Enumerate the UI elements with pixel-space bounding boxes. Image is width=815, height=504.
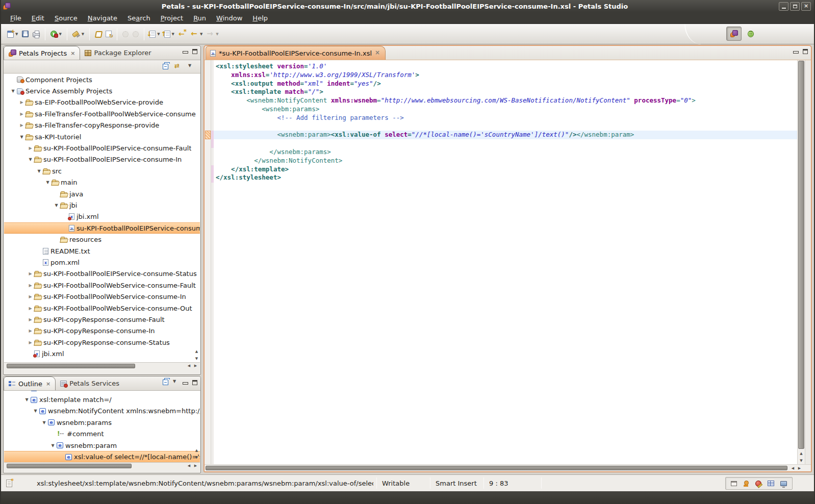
petals-perspective-button[interactable] (726, 27, 742, 41)
xml-validate-button[interactable] (93, 28, 104, 41)
tree-item[interactable]: resources (4, 234, 200, 245)
close-icon[interactable]: × (801, 2, 811, 11)
collapse-all-icon[interactable] (163, 380, 168, 385)
annotation-ruler[interactable] (205, 60, 211, 464)
code-line[interactable]: <xsl:template match="/"> (214, 88, 797, 96)
menu-project[interactable]: Project (156, 13, 189, 23)
tree-item[interactable]: ▼Service Assembly Projects (4, 85, 200, 96)
outline-vertical-scrollbar[interactable]: ▲▼ (193, 447, 200, 461)
dropdown-arrow-icon[interactable]: ▼ (15, 32, 18, 36)
expander-icon[interactable]: ▶ (27, 329, 34, 333)
tree-item[interactable]: ▼jbi (4, 199, 200, 211)
debug-perspective-icon[interactable] (748, 31, 754, 37)
code-line[interactable]: <!-- Add filtering parameters --> (214, 114, 797, 122)
expander-icon[interactable]: ▼ (53, 203, 60, 208)
back-button[interactable]: ▼ (189, 28, 205, 41)
tab-petals-services[interactable]: Petals Services (56, 376, 124, 390)
previous-annotation-button[interactable]: ▼ (162, 28, 176, 41)
tree-item[interactable]: README.txt (4, 245, 200, 257)
scroll-up-icon[interactable]: ▲ (798, 450, 805, 457)
dropdown-arrow-icon[interactable]: ▼ (216, 32, 218, 36)
collapse-all-icon[interactable] (163, 64, 168, 69)
tree-item[interactable]: ▶sa-FileTransfer-FootballPoolWebService-… (4, 108, 200, 119)
menu-file[interactable]: File (5, 13, 27, 23)
view-menu-icon[interactable] (173, 381, 178, 385)
fast-view-icon[interactable] (731, 481, 737, 486)
link-with-editor-icon[interactable] (174, 63, 182, 70)
expander-icon[interactable]: ▼ (44, 180, 52, 185)
close-tab-icon[interactable]: × (70, 51, 75, 56)
code-line[interactable]: </xsl:template> (214, 165, 797, 174)
tree-item[interactable]: pom.xml (4, 257, 200, 268)
menu-search[interactable]: Search (122, 13, 156, 23)
tree-item[interactable]: ▶su-KPI-FootballPoolEIPService-consume-S… (4, 268, 200, 280)
minimize-view-icon[interactable] (793, 49, 798, 54)
scroll-left-icon[interactable]: ◀ (186, 364, 192, 368)
expander-icon[interactable]: ▶ (27, 294, 34, 299)
code-line[interactable]: <xsl:stylesheet version='1.0' (214, 62, 797, 71)
xml-refresh-button[interactable] (104, 28, 114, 41)
menu-source[interactable]: Source (49, 13, 83, 23)
expander-icon[interactable]: ▼ (35, 169, 43, 173)
code-line[interactable]: <wsnebm:params> (214, 105, 797, 114)
expander-icon[interactable]: ▼ (27, 157, 34, 162)
expander-icon[interactable]: ▶ (27, 283, 34, 288)
code-line[interactable]: </wsnebm:NotifyContent> (214, 157, 797, 165)
tree-item[interactable]: ▼main (4, 177, 200, 188)
scroll-down-icon[interactable]: ▼ (798, 457, 805, 464)
code-line[interactable]: xmlns:xsl='http://www.w3.org/1999/XSL/Tr… (214, 71, 797, 80)
tree-item[interactable]: ▶sa-FileTransfer-copyResponse-provide (4, 120, 200, 131)
expander-icon[interactable]: ▼ (49, 443, 57, 448)
scrollbar-thumb[interactable] (798, 61, 804, 449)
expander-icon[interactable]: ▶ (18, 100, 26, 105)
outline-item[interactable]: ▼xsl:template match=/ (4, 394, 200, 405)
editor-horizontal-scrollbar[interactable]: ◀▶ (205, 464, 811, 471)
expander-icon[interactable]: ▶ (27, 271, 34, 276)
outline-item[interactable]: ▼wsnebm:param (4, 440, 200, 451)
menu-help[interactable]: Help (247, 13, 273, 23)
expander-icon[interactable]: ▼ (40, 420, 48, 425)
scroll-left-icon[interactable]: ◀ (186, 464, 192, 468)
dropdown-arrow-icon[interactable]: ▼ (172, 32, 174, 36)
editor-vertical-scrollbar[interactable]: ▲▼ (797, 60, 805, 464)
scrollbar-thumb[interactable] (7, 364, 135, 368)
projects-horizontal-scrollbar[interactable]: ◀▶ (4, 362, 200, 369)
dropdown-arrow-icon[interactable]: ▼ (82, 32, 84, 36)
tree-item[interactable]: ▶su-KPI-copyResponse-consume-Status (4, 337, 200, 348)
tree-item[interactable]: ▶su-KPI-FootballPoolWebService-consume-I… (4, 291, 200, 302)
tab-petals-projects[interactable]: Petals Projects× (4, 46, 80, 60)
tree-item[interactable]: ▶su-KPI-FootballPoolWebService-consume-F… (4, 280, 200, 291)
tree-item[interactable]: jbi.xml (4, 211, 200, 222)
code-line[interactable] (214, 122, 797, 131)
scroll-right-icon[interactable]: ▶ (796, 466, 803, 470)
expander-icon[interactable]: ▶ (27, 146, 34, 150)
tab-outline[interactable]: Outline× (4, 376, 56, 390)
code-line[interactable] (214, 139, 797, 148)
expander-icon[interactable]: ▶ (27, 306, 34, 311)
maximize-view-icon[interactable] (803, 49, 808, 54)
expander-icon[interactable]: ▶ (27, 317, 34, 322)
expander-icon[interactable]: ▼ (18, 135, 26, 139)
scroll-right-icon[interactable]: ▶ (192, 364, 199, 368)
tree-item[interactable]: ▶su-KPI-copyResponse-consume-In (4, 325, 200, 337)
dropdown-arrow-icon[interactable]: ▼ (157, 32, 160, 36)
expander-icon[interactable]: ▼ (9, 89, 17, 93)
last-edit-location-button[interactable] (176, 28, 189, 41)
scrollbar-thumb[interactable] (7, 464, 132, 468)
menu-navigate[interactable]: Navigate (83, 13, 122, 23)
editor-pin-icon[interactable] (6, 480, 12, 487)
tree-item[interactable]: ▼src (4, 165, 200, 177)
editor-tab[interactable]: *su-KPI-FootballPoolEIPService-consume-I… (206, 46, 386, 60)
tree-item[interactable]: ▶su-KPI-copyResponse-consume-Fault (4, 314, 200, 325)
maximize-icon[interactable] (790, 2, 800, 11)
minimize-icon[interactable] (779, 2, 788, 11)
tree-item[interactable]: ▶su-KPI-FootballPoolEIPService-consume-F… (4, 142, 200, 154)
view-menu-icon[interactable] (188, 65, 193, 69)
error-log-icon[interactable] (755, 481, 761, 487)
tab-package-explorer[interactable]: Package Explorer (80, 46, 156, 60)
menu-edit[interactable]: Edit (27, 13, 49, 23)
scroll-right-icon[interactable]: ▶ (192, 464, 199, 468)
tree-item[interactable]: su-KPI-FootballPoolEIPService-consume-In… (4, 222, 200, 234)
new-wizard-button[interactable]: ▼ (5, 28, 20, 41)
expander-icon[interactable]: ▶ (27, 340, 34, 345)
